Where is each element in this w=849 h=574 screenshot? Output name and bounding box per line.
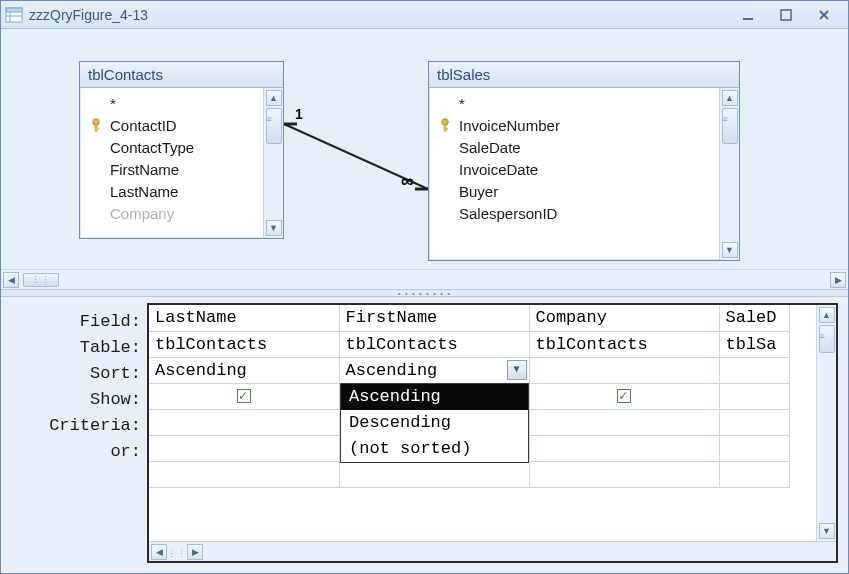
grid-cell-field[interactable]: Company xyxy=(529,305,719,331)
table-header[interactable]: tblContacts xyxy=(80,62,283,88)
scroll-up-button[interactable]: ▲ xyxy=(722,90,738,106)
svg-rect-13 xyxy=(95,128,99,130)
scroll-right-button[interactable]: ▶ xyxy=(187,544,203,560)
rel-right-cardinality: ∞ xyxy=(401,171,414,191)
grid-cell-field[interactable]: LastName xyxy=(149,305,339,331)
diagram-hscrollbar[interactable]: ◀ ⋮⋮ ▶ xyxy=(1,269,848,289)
grid-cell-or[interactable] xyxy=(149,435,339,461)
field-item[interactable]: SaleDate xyxy=(439,136,715,158)
grid-hscrollbar[interactable]: ◀ ⋮⋮ ▶ xyxy=(149,541,836,561)
scroll-down-button[interactable]: ▼ xyxy=(819,523,835,539)
primary-key-icon xyxy=(90,118,104,132)
scroll-thumb[interactable]: ⋮⋮ xyxy=(167,544,187,560)
scroll-left-button[interactable]: ◀ xyxy=(151,544,167,560)
svg-rect-18 xyxy=(444,130,447,132)
grid-cell-criteria[interactable] xyxy=(529,409,719,435)
grid-row-field: LastName FirstName Company SaleD xyxy=(149,305,789,331)
row-label-table: Table: xyxy=(7,335,147,361)
grid-cell-criteria[interactable] xyxy=(719,409,789,435)
grid-cell-table[interactable]: tblContacts xyxy=(149,331,339,357)
svg-line-8 xyxy=(284,124,428,189)
field-item[interactable]: InvoiceNumber xyxy=(439,114,715,136)
svg-rect-5 xyxy=(781,10,791,20)
field-item[interactable]: Buyer xyxy=(439,180,715,202)
rel-left-cardinality: 1 xyxy=(295,106,303,122)
grid-cell-table[interactable]: tblSa xyxy=(719,331,789,357)
grid-cell-sort[interactable]: Ascending ▼ xyxy=(339,357,529,383)
table-diagram-pane[interactable]: 1 ∞ tblContacts * ContactID ContactType … xyxy=(1,29,848,289)
grid-cell-show[interactable] xyxy=(719,383,789,409)
grid-cell-field[interactable]: FirstName xyxy=(339,305,529,331)
window-controls xyxy=(738,6,844,24)
field-item[interactable]: ContactType xyxy=(90,136,259,158)
field-item[interactable]: * xyxy=(90,92,259,114)
field-item[interactable]: Company xyxy=(90,202,259,224)
row-label-field: Field: xyxy=(7,309,147,335)
sort-option[interactable]: Descending xyxy=(341,410,528,436)
scroll-left-button[interactable]: ◀ xyxy=(3,272,19,288)
query-design-window: zzzQryFigure_4-13 1 ∞ tblContacts * xyxy=(0,0,849,574)
sort-option[interactable]: Ascending xyxy=(341,384,528,410)
svg-rect-17 xyxy=(444,128,448,130)
scroll-up-button[interactable]: ▲ xyxy=(819,307,835,323)
scroll-right-button[interactable]: ▶ xyxy=(830,272,846,288)
table-header[interactable]: tblSales xyxy=(429,62,739,88)
scroll-up-button[interactable]: ▲ xyxy=(266,90,282,106)
scroll-thumb[interactable]: ≡ xyxy=(266,108,282,144)
row-label-show: Show: xyxy=(7,387,147,413)
grid-vscrollbar[interactable]: ▲ ≡ ▼ xyxy=(816,305,836,541)
show-checkbox[interactable] xyxy=(237,389,251,403)
row-label-or: or: xyxy=(7,439,147,465)
svg-rect-4 xyxy=(743,18,753,20)
minimize-button[interactable] xyxy=(738,6,758,24)
scroll-down-button[interactable]: ▼ xyxy=(266,220,282,236)
table-scrollbar[interactable]: ▲ ≡ ▼ xyxy=(263,88,283,238)
grid-cell-sort[interactable] xyxy=(529,357,719,383)
scroll-down-button[interactable]: ▼ xyxy=(722,242,738,258)
grid-cell-show[interactable] xyxy=(149,383,339,409)
scroll-thumb[interactable]: ≡ xyxy=(722,108,738,144)
grid-cell-or[interactable] xyxy=(529,435,719,461)
sort-option[interactable]: (not sorted) xyxy=(341,436,528,462)
field-item[interactable]: FirstName xyxy=(90,158,259,180)
table-box-sales[interactable]: tblSales * InvoiceNumber SaleDate Invoic… xyxy=(428,61,740,261)
titlebar: zzzQryFigure_4-13 xyxy=(1,1,848,29)
diagram-area[interactable]: 1 ∞ tblContacts * ContactID ContactType … xyxy=(1,29,848,269)
grid-row-table: tblContacts tblContacts tblContacts tblS… xyxy=(149,331,789,357)
row-label-criteria: Criteria: xyxy=(7,413,147,439)
table-box-contacts[interactable]: tblContacts * ContactID ContactType Firs… xyxy=(79,61,284,239)
table-scrollbar[interactable]: ▲ ≡ ▼ xyxy=(719,88,739,260)
show-checkbox[interactable] xyxy=(617,389,631,403)
design-grid[interactable]: LastName FirstName Company SaleD tblCont… xyxy=(147,303,838,563)
design-grid-pane: Field: Table: Sort: Show: Criteria: or: … xyxy=(1,297,848,573)
grid-row-labels: Field: Table: Sort: Show: Criteria: or: xyxy=(7,303,147,563)
field-item[interactable]: * xyxy=(439,92,715,114)
svg-rect-14 xyxy=(95,130,98,132)
grid-cell-or[interactable] xyxy=(719,435,789,461)
field-item[interactable]: ContactID xyxy=(90,114,259,136)
grid-cell-sort[interactable] xyxy=(719,357,789,383)
grid-cell-table[interactable]: tblContacts xyxy=(529,331,719,357)
grid-cell-show[interactable] xyxy=(529,383,719,409)
field-list-contacts[interactable]: * ContactID ContactType FirstName LastNa… xyxy=(80,88,263,238)
grid-cell-field[interactable]: SaleD xyxy=(719,305,789,331)
pane-splitter[interactable]: • • • • • • • • xyxy=(1,289,848,297)
field-item[interactable]: LastName xyxy=(90,180,259,202)
scroll-thumb[interactable]: ≡ xyxy=(819,325,835,353)
grid-cell-sort[interactable]: Ascending xyxy=(149,357,339,383)
window-title: zzzQryFigure_4-13 xyxy=(29,7,738,23)
field-item[interactable]: InvoiceDate xyxy=(439,158,715,180)
grid-cell-table[interactable]: tblContacts xyxy=(339,331,529,357)
field-list-sales[interactable]: * InvoiceNumber SaleDate InvoiceDate Buy… xyxy=(429,88,719,260)
close-button[interactable] xyxy=(814,6,834,24)
maximize-button[interactable] xyxy=(776,6,796,24)
svg-rect-1 xyxy=(6,8,22,12)
sort-dropdown-button[interactable]: ▼ xyxy=(507,360,527,380)
sort-dropdown-list[interactable]: Ascending Descending (not sorted) xyxy=(340,383,529,463)
grid-cell-criteria[interactable] xyxy=(149,409,339,435)
scroll-thumb[interactable]: ⋮⋮ xyxy=(23,273,59,287)
field-item[interactable]: SalespersonID xyxy=(439,202,715,224)
svg-rect-12 xyxy=(95,124,97,131)
svg-rect-16 xyxy=(444,124,446,131)
grid-row-sort: Ascending Ascending ▼ xyxy=(149,357,789,383)
